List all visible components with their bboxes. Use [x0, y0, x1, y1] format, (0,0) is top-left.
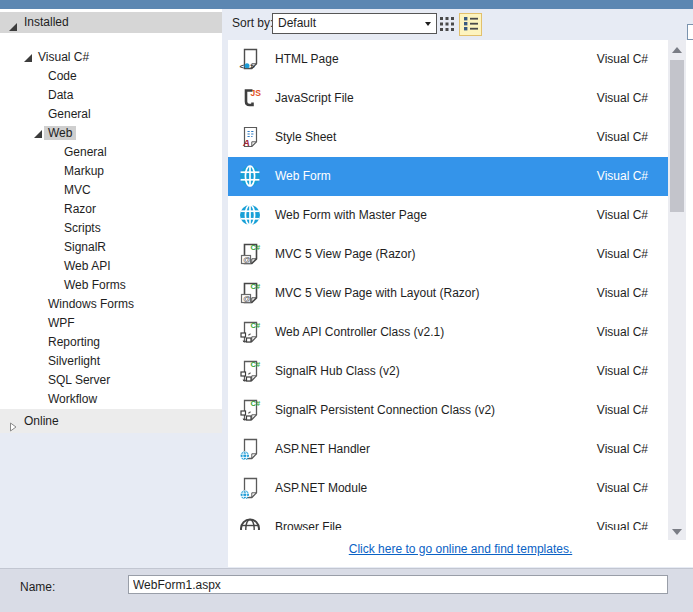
sort-by-label: Sort by:	[232, 13, 273, 34]
template-language: Visual C#	[597, 79, 648, 118]
name-input[interactable]	[128, 575, 668, 594]
template-language: Visual C#	[597, 235, 648, 274]
svg-text:@: @	[243, 294, 251, 303]
tree-item-visual-c#[interactable]: Visual C#	[0, 48, 222, 67]
online-link-row: Click here to go online and find templat…	[228, 530, 693, 567]
tree-item-label: Code	[48, 69, 77, 83]
tree-item-wpf[interactable]: WPF	[0, 314, 222, 333]
svg-text:C#: C#	[251, 243, 261, 252]
template-name: MVC 5 View Page (Razor)	[275, 235, 416, 274]
template-language: Visual C#	[597, 430, 648, 469]
template-name: ASP.NET Module	[275, 469, 367, 508]
sort-by-dropdown[interactable]: Default	[272, 13, 437, 34]
template-item-html-page[interactable]: <>HTML PageVisual C#	[228, 40, 668, 79]
template-name: Web Form	[275, 157, 331, 196]
tree-item-workflow[interactable]: Workflow	[0, 390, 222, 409]
name-label: Name:	[20, 580, 55, 594]
add-new-item-dialog: Installed Visual C#CodeDataGeneralWebGen…	[0, 0, 693, 612]
expander-collapsed-icon[interactable]	[8, 416, 18, 426]
arrow-up-icon	[672, 42, 682, 56]
template-name: HTML Page	[275, 40, 339, 79]
scroll-up-button[interactable]	[668, 42, 686, 56]
template-item-web-api-controller-class-v2-1-[interactable]: C#Web API Controller Class (v2.1)Visual …	[228, 313, 668, 352]
template-name: MVC 5 View Page with Layout (Razor)	[275, 274, 480, 313]
scroll-down-button[interactable]	[668, 524, 686, 538]
template-language: Visual C#	[597, 274, 648, 313]
template-list: <>HTML PageVisual C#JSJavaScript FileVis…	[228, 40, 668, 530]
tree-item-label: Web	[44, 126, 76, 140]
tree-item-sql-server[interactable]: SQL Server	[0, 371, 222, 390]
tree-item-label: Workflow	[48, 392, 97, 406]
template-item-asp-net-handler[interactable]: ASP.NET HandlerVisual C#	[228, 430, 668, 469]
svg-text:C#: C#	[251, 282, 261, 291]
dialog-title-bar	[0, 0, 693, 9]
tree-item-mvc[interactable]: MVC	[0, 181, 222, 200]
tree-item-label: General	[64, 145, 107, 159]
template-item-browser-file[interactable]: Browser FileVisual C#	[228, 508, 668, 530]
vertical-scrollbar[interactable]	[668, 40, 686, 540]
template-item-web-form-with-master-page[interactable]: Web Form with Master PageVisual C#	[228, 196, 668, 235]
tree-item-label: Visual C#	[38, 50, 89, 64]
list-view-button[interactable]	[459, 13, 482, 36]
category-tree: Visual C#CodeDataGeneralWebGeneralMarkup…	[0, 48, 222, 409]
tree-item-windows-forms[interactable]: Windows Forms	[0, 295, 222, 314]
tree-item-label: Windows Forms	[48, 297, 134, 311]
template-list-pane: <>HTML PageVisual C#JSJavaScript FileVis…	[228, 40, 693, 567]
tree-item-web[interactable]: Web	[0, 124, 222, 143]
style-sheet-icon: A	[238, 125, 262, 149]
svg-text:@: @	[243, 255, 251, 264]
tree-item-label: MVC	[64, 183, 91, 197]
tree-item-data[interactable]: Data	[0, 86, 222, 105]
template-language: Visual C#	[597, 508, 648, 530]
template-item-asp-net-module[interactable]: ASP.NET ModuleVisual C#	[228, 469, 668, 508]
tree-item-scripts[interactable]: Scripts	[0, 219, 222, 238]
tree-item-label: Web API	[64, 259, 110, 273]
tree-group-installed[interactable]: Installed	[0, 12, 222, 33]
tree-group-label: Installed	[24, 15, 69, 29]
template-language: Visual C#	[597, 313, 648, 352]
tree-item-razor[interactable]: Razor	[0, 200, 222, 219]
tree-item-general[interactable]: General	[0, 105, 222, 124]
template-item-mvc-5-view-page-razor-[interactable]: @C#MVC 5 View Page (Razor)Visual C#	[228, 235, 668, 274]
tree-item-reporting[interactable]: Reporting	[0, 333, 222, 352]
svg-text:C#: C#	[251, 360, 261, 369]
tree-item-silverlight[interactable]: Silverlight	[0, 352, 222, 371]
arrow-down-icon	[672, 524, 682, 538]
tree-item-code[interactable]: Code	[0, 67, 222, 86]
template-item-javascript-file[interactable]: JSJavaScript FileVisual C#	[228, 79, 668, 118]
scrollbar-thumb[interactable]	[670, 60, 684, 212]
tree-item-web-forms[interactable]: Web Forms	[0, 276, 222, 295]
tree-item-label: Web Forms	[64, 278, 126, 292]
template-item-signalr-persistent-connection-class-v2-[interactable]: C#SignalR Persistent Connection Class (v…	[228, 391, 668, 430]
svg-text:C#: C#	[251, 399, 261, 408]
category-tree-pane: Installed Visual C#CodeDataGeneralWebGen…	[0, 9, 222, 433]
tree-group-online[interactable]: Online	[0, 409, 222, 433]
online-templates-link[interactable]: Click here to go online and find templat…	[349, 542, 572, 556]
tree-item-web-api[interactable]: Web API	[0, 257, 222, 276]
expander-expanded-icon[interactable]	[8, 18, 18, 28]
template-language: Visual C#	[597, 118, 648, 157]
tree-item-general[interactable]: General	[0, 143, 222, 162]
tree-item-label: WPF	[48, 316, 75, 330]
template-item-style-sheet[interactable]: AStyle SheetVisual C#	[228, 118, 668, 157]
search-box-partial[interactable]	[687, 24, 693, 40]
template-name: Style Sheet	[275, 118, 336, 157]
tree-item-label: SignalR	[64, 240, 106, 254]
browser-file-icon	[238, 515, 262, 530]
svg-text:JS: JS	[251, 88, 262, 98]
template-name: Web API Controller Class (v2.1)	[275, 313, 444, 352]
template-name: JavaScript File	[275, 79, 354, 118]
template-language: Visual C#	[597, 391, 648, 430]
template-item-mvc-5-view-page-with-layout-razor-[interactable]: @C#MVC 5 View Page with Layout (Razor)Vi…	[228, 274, 668, 313]
template-item-web-form[interactable]: Web FormVisual C#	[228, 157, 668, 196]
tree-item-label: General	[48, 107, 91, 121]
expander-expanded-icon[interactable]	[23, 48, 38, 67]
grid-icon	[439, 16, 455, 35]
razor-page-icon: @C#	[238, 281, 262, 305]
template-name: Browser File	[275, 508, 342, 530]
tree-item-signalr[interactable]: SignalR	[0, 238, 222, 257]
template-item-signalr-hub-class-v2-[interactable]: C#SignalR Hub Class (v2)Visual C#	[228, 352, 668, 391]
tree-item-markup[interactable]: Markup	[0, 162, 222, 181]
small-icons-view-button[interactable]	[438, 16, 456, 34]
chevron-down-icon	[425, 22, 431, 26]
